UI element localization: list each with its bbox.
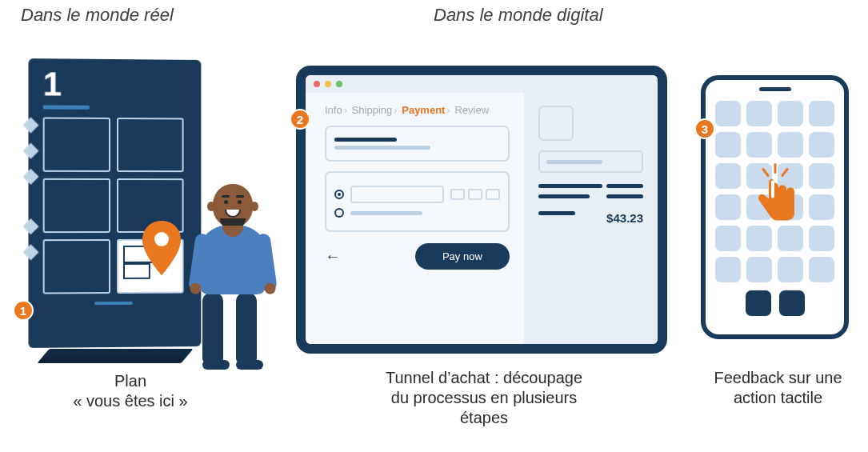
phone-dock <box>715 290 834 316</box>
heading-real-world: Dans le monde réel <box>21 5 174 26</box>
panel-checkout-tablet: Info› Shipping› Payment› Review <box>296 66 667 354</box>
product-thumbnail <box>538 106 574 141</box>
panel-real-world-map: 1 <box>21 56 269 360</box>
svg-line-3 <box>782 170 787 176</box>
kiosk-floor-number: 1 <box>43 65 184 104</box>
crumb-shipping[interactable]: Shipping <box>352 104 393 116</box>
window-titlebar <box>306 75 658 93</box>
radio-card-option[interactable] <box>334 190 344 199</box>
svg-point-0 <box>154 232 169 246</box>
caption-1: Plan« vous êtes ici » <box>46 371 214 411</box>
crumb-review[interactable]: Review <box>454 104 489 116</box>
order-summary-sidebar: $43.23 <box>524 93 658 344</box>
app-icon[interactable] <box>746 132 772 158</box>
card-number-input[interactable] <box>350 186 444 203</box>
caption-3: Feedback sur uneaction tactile <box>704 368 852 408</box>
app-icon[interactable] <box>715 226 741 251</box>
app-icon[interactable] <box>715 101 741 126</box>
badge-3: 3 <box>694 118 715 139</box>
promo-code-input[interactable] <box>538 150 643 173</box>
tap-hand-icon <box>747 163 803 231</box>
location-pin-icon <box>141 221 182 275</box>
app-icon[interactable] <box>809 163 834 189</box>
dock-app-icon[interactable] <box>779 290 805 316</box>
kiosk-legend-icons <box>25 119 36 258</box>
app-icon[interactable] <box>778 257 803 282</box>
crumb-info[interactable]: Info <box>325 104 342 116</box>
app-icon[interactable] <box>715 163 741 189</box>
radio-alt-option[interactable] <box>334 208 344 218</box>
chevron-right-icon: › <box>445 104 451 116</box>
app-icon[interactable] <box>715 194 741 220</box>
traffic-light-close-icon <box>314 81 320 87</box>
kiosk-divider <box>43 105 90 109</box>
summary-card <box>325 126 510 162</box>
payment-method-card <box>325 171 510 232</box>
tablet-frame: Info› Shipping› Payment› Review <box>296 66 667 354</box>
badge-1: 1 <box>13 300 34 321</box>
order-total: $43.23 <box>606 211 643 225</box>
svg-line-2 <box>763 170 768 176</box>
svg-rect-4 <box>771 181 774 198</box>
back-arrow-icon[interactable]: ← <box>325 247 341 266</box>
traffic-light-minimize-icon <box>325 81 331 87</box>
pay-now-button[interactable]: Pay now <box>415 243 510 270</box>
chevron-right-icon: › <box>392 104 398 116</box>
phone-frame <box>701 75 849 339</box>
app-icon[interactable] <box>746 257 772 282</box>
kiosk-stand <box>37 349 193 363</box>
card-brand-icons <box>450 189 500 200</box>
chevron-right-icon: › <box>342 104 349 116</box>
checkout-breadcrumb: Info› Shipping› Payment› Review <box>325 104 510 116</box>
app-icon[interactable] <box>809 101 834 126</box>
app-icon[interactable] <box>715 257 741 282</box>
phone-notch <box>759 87 791 91</box>
dock-app-icon[interactable] <box>746 290 771 316</box>
app-icon[interactable] <box>809 257 834 282</box>
heading-digital-world: Dans le monde digital <box>434 5 603 26</box>
person-illustration <box>189 176 277 384</box>
app-icon[interactable] <box>778 132 803 158</box>
panel-phone-feedback <box>701 75 849 339</box>
app-icon[interactable] <box>715 132 741 158</box>
app-icon[interactable] <box>746 101 772 126</box>
app-icon[interactable] <box>809 194 834 220</box>
app-icon[interactable] <box>809 132 834 158</box>
app-icon[interactable] <box>778 101 803 126</box>
caption-2: Tunnel d’achat : découpagedu processus e… <box>368 368 600 428</box>
traffic-light-zoom-icon <box>336 81 342 87</box>
app-icon[interactable] <box>809 226 834 251</box>
badge-2: 2 <box>290 109 310 130</box>
kiosk-board: 1 <box>28 58 201 348</box>
crumb-payment-current: Payment <box>402 104 445 116</box>
